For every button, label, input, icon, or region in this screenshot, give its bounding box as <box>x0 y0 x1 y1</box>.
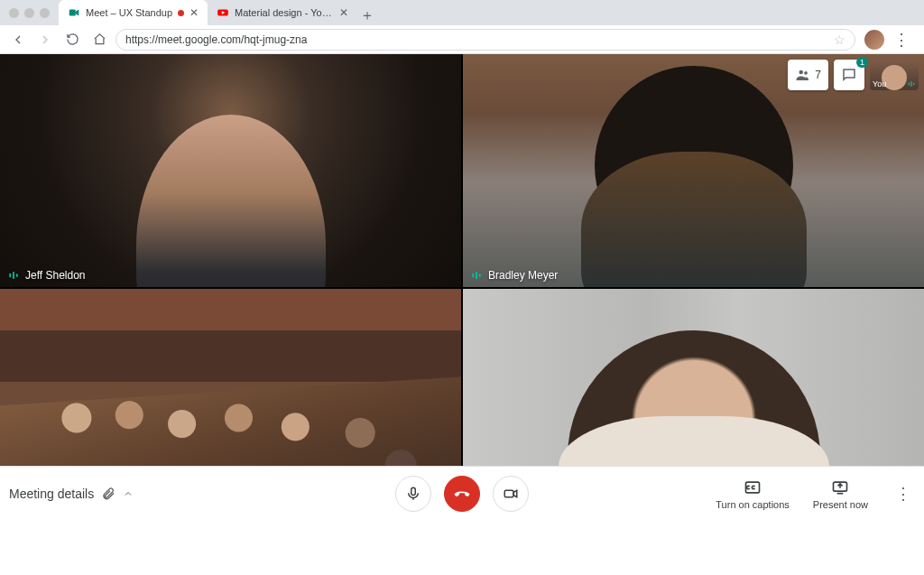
home-button[interactable] <box>88 29 110 51</box>
self-label: You <box>873 79 886 88</box>
participant-name: Bradley Meyer <box>488 269 558 282</box>
present-icon <box>831 478 849 496</box>
speaking-icon <box>470 269 483 282</box>
svg-rect-0 <box>69 10 76 16</box>
svg-rect-12 <box>913 83 914 86</box>
present-button[interactable]: Present now <box>813 478 868 510</box>
tabs: Meet – UX Standup ✕ Material design - Yo… <box>59 0 377 25</box>
bottom-bar: Meeting details Tur <box>0 467 924 521</box>
meet-area: Jeff Sheldon Bradley Meyer 7 1 <box>0 54 924 521</box>
attachment-icon <box>101 487 116 501</box>
microphone-button[interactable] <box>395 476 431 512</box>
more-options-button[interactable]: ⋮ <box>892 484 915 504</box>
svg-rect-4 <box>16 274 18 277</box>
call-controls <box>395 476 529 512</box>
self-view-thumbnail[interactable]: You <box>870 60 919 90</box>
chat-badge: 1 <box>856 57 868 68</box>
svg-rect-3 <box>13 271 14 278</box>
captions-icon <box>744 478 762 496</box>
new-tab-button[interactable]: ＋ <box>357 5 377 25</box>
svg-rect-11 <box>910 81 911 87</box>
participant-label: Bradley Meyer <box>470 269 558 282</box>
svg-point-8 <box>799 70 804 75</box>
chat-icon <box>841 67 857 83</box>
chevron-up-icon <box>123 488 134 499</box>
svg-point-9 <box>804 71 808 75</box>
hangup-button[interactable] <box>444 476 480 512</box>
meet-favicon-icon <box>68 6 80 19</box>
window-close-icon[interactable] <box>9 8 19 18</box>
tab-youtube[interactable]: Material design - YouTube ✕ <box>208 0 357 25</box>
svg-rect-10 <box>909 82 910 85</box>
forward-button[interactable] <box>34 29 56 51</box>
chat-button[interactable]: 1 <box>834 60 864 90</box>
svg-rect-7 <box>479 274 481 277</box>
participants-button[interactable]: 7 <box>788 60 828 90</box>
back-button[interactable] <box>7 29 29 51</box>
participant-name: Jeff Sheldon <box>25 269 86 282</box>
video-tile[interactable]: Jeff Sheldon <box>0 54 461 287</box>
svg-rect-2 <box>9 273 11 277</box>
speaking-icon <box>907 79 916 88</box>
browser-menu-button[interactable]: ⋮ <box>890 30 913 50</box>
recording-indicator-icon <box>178 10 184 16</box>
svg-rect-5 <box>472 273 474 277</box>
window-zoom-icon[interactable] <box>40 8 50 18</box>
browser-chrome: Meet – UX Standup ✕ Material design - Yo… <box>0 0 924 54</box>
participant-label: Jeff Sheldon <box>7 269 86 282</box>
meeting-details-button[interactable]: Meeting details <box>9 487 134 501</box>
people-icon <box>795 67 811 83</box>
address-bar[interactable]: https://meet.google.com/hqt-jmug-zna ☆ <box>116 29 855 51</box>
tab-strip: Meet – UX Standup ✕ Material design - Yo… <box>0 0 924 25</box>
tab-close-button[interactable]: ✕ <box>339 6 348 19</box>
profile-avatar[interactable] <box>864 30 884 50</box>
svg-rect-13 <box>411 487 416 495</box>
tab-title: Meet – UX Standup <box>86 7 172 18</box>
speaking-icon <box>7 269 20 282</box>
window-controls <box>0 8 59 18</box>
toolbar: https://meet.google.com/hqt-jmug-zna ☆ ⋮ <box>0 25 924 54</box>
tab-meet[interactable]: Meet – UX Standup ✕ <box>59 0 208 25</box>
tab-title: Material design - YouTube <box>235 7 334 18</box>
tab-close-button[interactable]: ✕ <box>189 6 199 19</box>
url-text: https://meet.google.com/hqt-jmug-zna <box>125 33 307 46</box>
bookmark-star-icon[interactable]: ☆ <box>834 32 845 47</box>
captions-label: Turn on captions <box>716 499 790 510</box>
captions-button[interactable]: Turn on captions <box>716 478 790 510</box>
reload-button[interactable] <box>61 29 83 51</box>
top-controls: 7 1 You <box>788 60 919 90</box>
camera-button[interactable] <box>493 476 529 512</box>
window-minimize-icon[interactable] <box>24 8 34 18</box>
participant-count: 7 <box>815 69 821 81</box>
present-label: Present now <box>813 499 868 510</box>
meeting-details-label: Meeting details <box>9 487 94 501</box>
toolbar-right: ⋮ <box>861 30 917 50</box>
youtube-favicon-icon <box>217 6 229 19</box>
right-actions: Turn on captions Present now ⋮ <box>716 478 915 510</box>
svg-rect-14 <box>504 490 513 497</box>
svg-rect-6 <box>476 271 477 278</box>
video-grid: Jeff Sheldon Bradley Meyer <box>0 54 924 521</box>
